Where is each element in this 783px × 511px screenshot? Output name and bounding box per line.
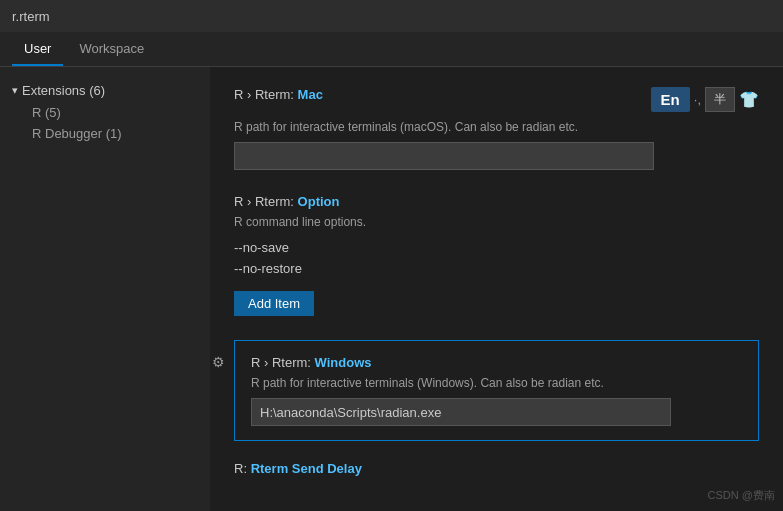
windows-description: R path for interactive terminals (Window… [251,376,742,390]
sidebar-group-extensions: ▾ Extensions (6) R (5) R Debugger (1) [0,75,210,148]
sidebar-item-rdebugger[interactable]: R Debugger (1) [0,123,210,144]
option-title-bold: Option [298,194,340,209]
mac-title-bold: Mac [298,87,323,102]
tab-bar: User Workspace [0,32,783,67]
send-delay-title: R: Rterm Send Delay [234,461,759,476]
content-area: R › Rterm: Mac En ·, 半 👕 R path for inte… [210,67,783,511]
send-delay-bold: Rterm Send Delay [251,461,362,476]
mac-path-input[interactable] [234,142,654,170]
sidebar-group-label: Extensions (6) [22,83,105,98]
tab-workspace[interactable]: Workspace [67,33,156,66]
en-translate-button[interactable]: En [651,87,690,112]
option-list: --no-save --no-restore [234,237,759,279]
sidebar-group-header[interactable]: ▾ Extensions (6) [0,79,210,102]
add-item-button[interactable]: Add Item [234,291,314,316]
section-windows: R › Rterm: Windows R path for interactiv… [234,340,759,441]
mac-title: R › Rterm: Mac [234,87,323,102]
option-description: R command line options. [234,215,759,229]
option-title: R › Rterm: Option [234,194,759,209]
mac-header-row: R › Rterm: Mac En ·, 半 👕 [234,87,759,120]
section-windows-wrapper: ⚙ R › Rterm: Windows R path for interact… [234,340,759,441]
tab-user[interactable]: User [12,33,63,66]
gear-icon[interactable]: ⚙ [212,354,225,370]
sidebar-item-r[interactable]: R (5) [0,102,210,123]
windows-path-input[interactable] [251,398,671,426]
shirt-icon: 👕 [739,90,759,109]
windows-title-bold: Windows [315,355,372,370]
chevron-down-icon: ▾ [12,84,18,97]
title-text: r.rterm [12,9,50,24]
watermark: CSDN @费南 [708,488,775,503]
section-option: R › Rterm: Option R command line options… [234,194,759,316]
section-send-delay: R: Rterm Send Delay [234,461,759,476]
windows-title: R › Rterm: Windows [251,355,742,370]
section-mac: R › Rterm: Mac En ·, 半 👕 R path for inte… [234,87,759,170]
option-item-nosave: --no-save [234,237,759,258]
dot-separator: ·, [694,92,701,107]
half-translate-button[interactable]: 半 [705,87,735,112]
title-bar: r.rterm [0,0,783,32]
sidebar: ▾ Extensions (6) R (5) R Debugger (1) [0,67,210,511]
mac-description: R path for interactive terminals (macOS)… [234,120,759,134]
option-item-norestore: --no-restore [234,258,759,279]
translate-icons: En ·, 半 👕 [651,87,759,112]
main-layout: ▾ Extensions (6) R (5) R Debugger (1) R … [0,67,783,511]
